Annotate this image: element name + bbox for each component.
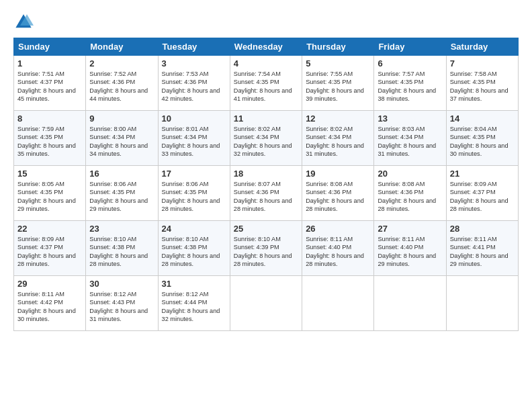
calendar-cell [374,276,446,331]
day-number: 18 [234,169,298,179]
calendar-cell: 26 Sunrise: 8:11 AMSunset: 4:40 PMDaylig… [302,221,374,276]
cell-text: Sunrise: 7:53 AMSunset: 4:36 PMDaylight:… [162,71,220,102]
day-number: 7 [450,58,515,68]
cell-text: Sunrise: 8:02 AMSunset: 4:34 PMDaylight:… [234,126,292,157]
calendar-header-tuesday: Tuesday [158,38,230,56]
calendar-week-row: 29 Sunrise: 8:11 AMSunset: 4:42 PMDaylig… [14,276,519,331]
cell-text: Sunrise: 7:52 AMSunset: 4:36 PMDaylight:… [89,71,148,102]
cell-text: Sunrise: 8:11 AMSunset: 4:40 PMDaylight:… [306,236,364,267]
day-number: 28 [450,224,515,234]
cell-text: Sunrise: 8:06 AMSunset: 4:35 PMDaylight:… [162,181,220,212]
day-number: 19 [306,169,370,179]
calendar-cell: 29 Sunrise: 8:11 AMSunset: 4:42 PMDaylig… [14,276,86,331]
cell-text: Sunrise: 7:57 AMSunset: 4:35 PMDaylight:… [378,71,436,102]
day-number: 9 [89,113,154,124]
calendar-week-row: 1 Sunrise: 7:51 AMSunset: 4:37 PMDayligh… [14,56,519,111]
day-number: 17 [162,169,226,179]
day-number: 21 [450,169,515,179]
calendar-cell: 3 Sunrise: 7:53 AMSunset: 4:36 PMDayligh… [158,56,230,111]
calendar-cell: 1 Sunrise: 7:51 AMSunset: 4:37 PMDayligh… [14,56,86,111]
calendar-header-monday: Monday [86,38,158,56]
calendar-cell: 4 Sunrise: 7:54 AMSunset: 4:35 PMDayligh… [230,56,302,111]
day-number: 14 [450,113,515,124]
day-number: 11 [234,113,298,124]
day-number: 1 [17,58,82,68]
cell-text: Sunrise: 8:06 AMSunset: 4:35 PMDaylight:… [89,181,148,212]
day-number: 13 [378,113,442,124]
calendar-cell [230,276,302,331]
cell-text: Sunrise: 8:12 AMSunset: 4:44 PMDaylight:… [162,291,220,322]
cell-text: Sunrise: 8:05 AMSunset: 4:35 PMDaylight:… [17,181,76,212]
day-number: 2 [89,58,154,68]
day-number: 6 [378,58,442,68]
cell-text: Sunrise: 8:01 AMSunset: 4:34 PMDaylight:… [162,126,220,157]
cell-text: Sunrise: 8:09 AMSunset: 4:37 PMDaylight:… [17,236,76,267]
cell-text: Sunrise: 8:08 AMSunset: 4:36 PMDaylight:… [306,181,364,212]
day-number: 29 [17,279,82,289]
cell-text: Sunrise: 7:54 AMSunset: 4:35 PMDaylight:… [234,71,292,102]
cell-text: Sunrise: 8:09 AMSunset: 4:37 PMDaylight:… [450,181,508,212]
calendar-cell: 20 Sunrise: 8:08 AMSunset: 4:36 PMDaylig… [374,166,446,221]
day-number: 5 [306,58,370,68]
calendar-header-wednesday: Wednesday [230,38,302,56]
day-number: 26 [306,224,370,234]
calendar-cell: 31 Sunrise: 8:12 AMSunset: 4:44 PMDaylig… [158,276,230,331]
day-number: 4 [234,58,298,68]
logo [13,12,36,32]
day-number: 24 [162,224,226,234]
calendar-cell: 18 Sunrise: 8:07 AMSunset: 4:36 PMDaylig… [230,166,302,221]
day-number: 12 [306,113,370,124]
logo-icon [13,12,34,32]
calendar-cell [446,276,518,331]
calendar-header-thursday: Thursday [302,38,374,56]
calendar-cell: 25 Sunrise: 8:10 AMSunset: 4:39 PMDaylig… [230,221,302,276]
day-number: 8 [17,113,82,124]
day-number: 23 [89,224,154,234]
calendar-cell: 2 Sunrise: 7:52 AMSunset: 4:36 PMDayligh… [86,56,158,111]
calendar-cell: 12 Sunrise: 8:02 AMSunset: 4:34 PMDaylig… [302,111,374,166]
cell-text: Sunrise: 8:11 AMSunset: 4:41 PMDaylight:… [450,236,508,267]
calendar-cell: 23 Sunrise: 8:10 AMSunset: 4:38 PMDaylig… [86,221,158,276]
day-number: 3 [162,58,226,68]
calendar-cell: 10 Sunrise: 8:01 AMSunset: 4:34 PMDaylig… [158,111,230,166]
calendar-cell: 7 Sunrise: 7:58 AMSunset: 4:35 PMDayligh… [446,56,518,111]
calendar-header-row: SundayMondayTuesdayWednesdayThursdayFrid… [14,38,519,56]
calendar-cell: 13 Sunrise: 8:03 AMSunset: 4:34 PMDaylig… [374,111,446,166]
calendar-cell: 28 Sunrise: 8:11 AMSunset: 4:41 PMDaylig… [446,221,518,276]
calendar-week-row: 15 Sunrise: 8:05 AMSunset: 4:35 PMDaylig… [14,166,519,221]
cell-text: Sunrise: 8:02 AMSunset: 4:34 PMDaylight:… [306,126,364,157]
header [13,12,519,32]
calendar-header-friday: Friday [374,38,446,56]
calendar-cell: 27 Sunrise: 8:11 AMSunset: 4:40 PMDaylig… [374,221,446,276]
cell-text: Sunrise: 8:10 AMSunset: 4:38 PMDaylight:… [162,236,220,267]
cell-text: Sunrise: 8:07 AMSunset: 4:36 PMDaylight:… [234,181,292,212]
cell-text: Sunrise: 8:11 AMSunset: 4:42 PMDaylight:… [17,291,76,322]
calendar-cell: 30 Sunrise: 8:12 AMSunset: 4:43 PMDaylig… [86,276,158,331]
cell-text: Sunrise: 8:04 AMSunset: 4:35 PMDaylight:… [450,126,508,157]
cell-text: Sunrise: 7:58 AMSunset: 4:35 PMDaylight:… [450,71,508,102]
day-number: 27 [378,224,442,234]
calendar-week-row: 8 Sunrise: 7:59 AMSunset: 4:35 PMDayligh… [14,111,519,166]
cell-text: Sunrise: 8:08 AMSunset: 4:36 PMDaylight:… [378,181,436,212]
day-number: 31 [162,279,226,289]
calendar-cell: 24 Sunrise: 8:10 AMSunset: 4:38 PMDaylig… [158,221,230,276]
cell-text: Sunrise: 8:03 AMSunset: 4:34 PMDaylight:… [378,126,436,157]
cell-text: Sunrise: 8:10 AMSunset: 4:39 PMDaylight:… [234,236,292,267]
calendar-header-sunday: Sunday [14,38,86,56]
calendar-week-row: 22 Sunrise: 8:09 AMSunset: 4:37 PMDaylig… [14,221,519,276]
page: SundayMondayTuesdayWednesdayThursdayFrid… [0,0,532,411]
calendar-cell: 21 Sunrise: 8:09 AMSunset: 4:37 PMDaylig… [446,166,518,221]
day-number: 30 [89,279,154,289]
calendar-cell: 9 Sunrise: 8:00 AMSunset: 4:34 PMDayligh… [86,111,158,166]
day-number: 15 [17,169,82,179]
day-number: 10 [162,113,226,124]
calendar-table: SundayMondayTuesdayWednesdayThursdayFrid… [13,38,519,331]
day-number: 22 [17,224,82,234]
cell-text: Sunrise: 7:55 AMSunset: 4:35 PMDaylight:… [306,71,364,102]
cell-text: Sunrise: 8:00 AMSunset: 4:34 PMDaylight:… [89,126,148,157]
cell-text: Sunrise: 8:10 AMSunset: 4:38 PMDaylight:… [89,236,148,267]
day-number: 16 [89,169,154,179]
calendar-cell: 5 Sunrise: 7:55 AMSunset: 4:35 PMDayligh… [302,56,374,111]
calendar-cell: 16 Sunrise: 8:06 AMSunset: 4:35 PMDaylig… [86,166,158,221]
cell-text: Sunrise: 7:59 AMSunset: 4:35 PMDaylight:… [17,126,76,157]
